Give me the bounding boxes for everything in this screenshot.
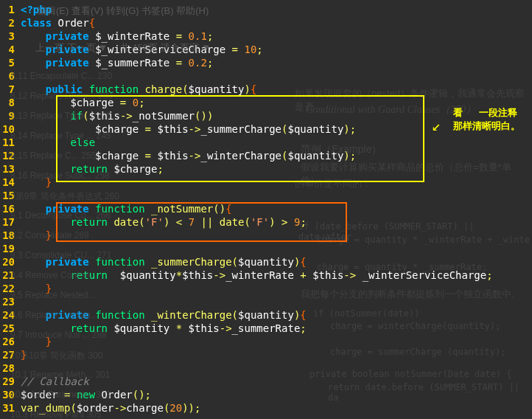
ghost-menu-bar: 编辑(E) 查看(V) 转到(G) 书签(B) 帮助(H) <box>37 4 209 18</box>
ghost-text: charge = quantity * _summerRate; <box>317 262 487 272</box>
line-number: 2 <box>0 17 21 29</box>
line-number: 4 <box>0 44 21 55</box>
ghost-toc-item: 8.11 Encapsulate C... 230 <box>10 71 112 81</box>
ghost-toc-item: 10.1 Rename Meth... 301 <box>10 370 110 380</box>
code-content: private $_winterRate = 0.1; <box>21 30 532 42</box>
ghost-toc-item: 10.3 Remove Para 305 <box>10 409 101 419</box>
line-number: 5 <box>0 57 21 69</box>
ghost-toc-item: 8.14 Replace Type ... 245 <box>10 131 111 141</box>
ghost-toc-item: 10.2 Add Paramete... 303 <box>10 389 111 400</box>
ghost-toc-item: 9.5 Replace Nested... <box>10 290 95 300</box>
code-content: $charge = $this->_winterCharge($quantity… <box>21 150 532 162</box>
ghost-toc-item: 8.15 Replace C... 255 <box>10 150 96 161</box>
ghost-toc-item: 9.1 Decompose Co... 266 <box>10 210 111 221</box>
ghost-text: return date.before (SUMMER_START) || da <box>328 382 532 403</box>
ghost-text: 范例（Example） <box>301 143 382 156</box>
annotation-text-1: 看 <box>453 106 463 120</box>
ghost-toc-item: 8.16 Replace Subc... 258 <box>10 170 110 181</box>
ghost-toc-item: 9.2 Consolidate 269 <box>10 230 89 240</box>
ghost-text: private boolean notSummer(Date date) { <box>309 369 512 379</box>
code-line[interactable]: 5 private $_summerRate = 0.2; <box>0 56 532 69</box>
annotation-text-1b: 一段注释 <box>479 106 517 120</box>
annotation-arrow-icon: ↙ <box>432 117 441 134</box>
ghost-text: 的单价是不同的： <box>295 177 371 190</box>
ghost-toc-item: 9.4 Remove Control... <box>10 270 97 280</box>
ghost-text: 我把每个分支的判断条件都提炼到一个独立函数中。 <box>301 288 521 301</box>
ghost-toc-item: 9第9章 简化条件表达式 260 <box>10 190 119 203</box>
ghost-text: if (notSummer(date)) <box>313 308 420 319</box>
code-line[interactable]: 2class Order{ <box>0 16 532 30</box>
ghost-toc-item: 10第10章 简化函数 300 <box>10 350 102 362</box>
ghost-text: charge = summerCharge (quantity); <box>330 347 505 357</box>
ghost-text: charge = winterCharge(quantity); <box>330 321 500 331</box>
ghost-toc-item: 8.13 Replace Type ... 239 <box>10 111 111 121</box>
ghost-toc-item: 8.12 Replace Recor... 233 <box>10 91 113 101</box>
ghost-toc-item: 9.7 Introduce Null ... 288 <box>10 330 107 340</box>
code-content: private $_summerRate = 0.2; <box>21 57 532 69</box>
line-number: 3 <box>0 30 21 42</box>
ghost-page-bar: 上一页 下一页 ▼ ，共 459页 适合页宽 ▼ <box>35 41 211 55</box>
ghost-text: charge = quantity * _winterRate + _winte <box>317 235 530 245</box>
ghost-toc-item: 9.6 Replace Consan... <box>10 310 98 320</box>
line-number: 1 <box>0 4 21 15</box>
ghost-toc-item: 9.3 Consolidate CU... 271 <box>10 250 111 260</box>
ghost-text: Conditional with Guard Clauses（250） <box>306 103 476 117</box>
code-content: class Order{ <box>21 17 532 29</box>
annotation-text-2: 那样清晰明白。 <box>453 120 520 133</box>
